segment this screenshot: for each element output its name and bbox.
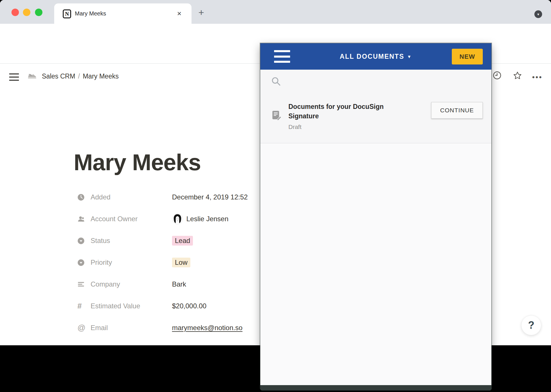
- panel-bottom-bar: [260, 385, 491, 390]
- document-list-empty-area: [260, 144, 491, 385]
- chevron-down-icon: ▼: [537, 13, 540, 16]
- notion-favicon-icon: N: [63, 9, 71, 18]
- sneaker-emoji-icon: [28, 72, 37, 80]
- breadcrumb: Sales CRM/Mary Meeks: [42, 72, 119, 80]
- docusign-header: ALL DOCUMENTS▼ NEW: [260, 43, 491, 70]
- property-label: Email: [91, 324, 172, 332]
- document-title: Documents for your DocuSign Signature: [288, 102, 415, 121]
- select-icon: [77, 237, 86, 244]
- leslie-avatar: [172, 213, 183, 224]
- at-sign-icon: @: [77, 323, 86, 332]
- search-icon: [271, 77, 282, 87]
- sidebar-menu-icon[interactable]: [9, 73, 19, 81]
- property-value[interactable]: $20,000.00: [172, 302, 206, 310]
- chevron-down-icon: ▼: [407, 54, 412, 59]
- tab-title: Mary Meeks: [75, 10, 106, 17]
- close-window-button[interactable]: [11, 9, 19, 16]
- tab-strip: N Mary Meeks × + ▼: [0, 0, 551, 24]
- breadcrumb-workspace[interactable]: Sales CRM: [42, 72, 75, 80]
- breadcrumb-page[interactable]: Mary Meeks: [83, 72, 119, 80]
- property-label: Added: [91, 193, 172, 201]
- document-signature-icon: [271, 110, 282, 121]
- close-tab-icon[interactable]: ×: [177, 9, 181, 18]
- minimize-window-button[interactable]: [23, 9, 30, 16]
- tab-search-button[interactable]: ▼: [534, 10, 542, 18]
- property-value[interactable]: December 4, 2019 12:52: [172, 193, 248, 201]
- property-label: Status: [91, 237, 172, 245]
- owner-name: Leslie Jensen: [186, 215, 228, 223]
- document-row[interactable]: Documents for your DocuSign Signature Dr…: [260, 100, 491, 143]
- clock-icon: [77, 194, 86, 201]
- property-value[interactable]: Leslie Jensen: [172, 213, 228, 224]
- page-title[interactable]: Mary Meeks: [74, 149, 201, 176]
- priority-badge[interactable]: Low: [172, 258, 190, 267]
- updates-clock-icon[interactable]: [493, 71, 501, 80]
- email-link[interactable]: marymeeks@notion.so: [172, 324, 243, 332]
- property-label: Company: [91, 280, 172, 288]
- document-status: Draft: [288, 124, 415, 130]
- property-label: Account Owner: [91, 215, 172, 223]
- number-hash-icon: #: [77, 302, 86, 311]
- browser-toolbar: notion.so/camacme/Mary-Meeks-2219a2de94f…: [0, 24, 551, 43]
- help-button[interactable]: ?: [521, 315, 541, 335]
- property-value[interactable]: Bark: [172, 280, 186, 288]
- continue-button[interactable]: CONTINUE: [431, 102, 483, 119]
- maximize-window-button[interactable]: [35, 9, 42, 16]
- browser-tab[interactable]: N Mary Meeks ×: [54, 3, 192, 24]
- docusign-body: Documents for your DocuSign Signature Dr…: [260, 70, 491, 385]
- property-label: Estimated Value: [91, 302, 172, 310]
- property-label: Priority: [91, 258, 172, 266]
- favorite-star-icon[interactable]: [513, 71, 522, 80]
- new-document-button[interactable]: NEW: [452, 49, 483, 64]
- text-lines-icon: [77, 281, 86, 288]
- more-options-icon[interactable]: •••: [532, 73, 542, 82]
- breadcrumb-separator: /: [75, 72, 83, 80]
- select-icon: [77, 259, 86, 266]
- status-badge[interactable]: Lead: [172, 236, 193, 246]
- docusign-panel: ALL DOCUMENTS▼ NEW Documents for your Do…: [260, 43, 491, 390]
- search-bar[interactable]: [260, 70, 491, 100]
- person-icon: [77, 215, 86, 223]
- new-tab-button[interactable]: +: [198, 7, 204, 18]
